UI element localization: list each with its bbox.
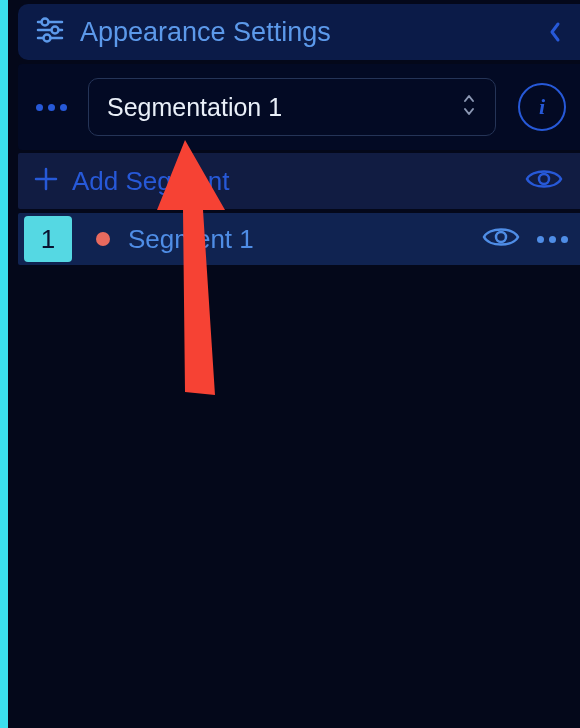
settings-sliders-icon — [34, 14, 66, 50]
add-segment-label: Add Segment — [72, 166, 230, 197]
info-icon: i — [539, 94, 545, 120]
add-segment-row: Add Segment — [18, 153, 580, 209]
chevron-up-down-icon — [461, 91, 477, 123]
segmentation-select-label: Segmentation 1 — [107, 93, 282, 122]
plus-icon — [32, 165, 60, 197]
svg-point-9 — [496, 232, 506, 242]
collapse-panel-button[interactable] — [540, 4, 570, 60]
svg-point-1 — [42, 19, 49, 26]
segmentation-selector-row: Segmentation 1 i — [18, 64, 580, 150]
segment-more-button[interactable] — [537, 236, 568, 243]
segmentation-more-button[interactable] — [32, 88, 70, 126]
svg-point-8 — [539, 174, 549, 184]
visibility-all-button[interactable] — [524, 165, 564, 197]
segment-row[interactable]: 1 Segment 1 — [18, 213, 580, 265]
segment-visibility-button[interactable] — [481, 223, 521, 255]
eye-icon — [524, 165, 564, 193]
appearance-settings-header[interactable]: Appearance Settings — [18, 4, 580, 60]
svg-point-5 — [44, 35, 51, 42]
more-horizontal-icon — [36, 104, 67, 111]
add-segment-button[interactable]: Add Segment — [32, 165, 230, 197]
svg-point-3 — [52, 27, 59, 34]
panel-accent-rail — [0, 0, 8, 728]
segment-color-swatch — [96, 232, 110, 246]
eye-icon — [481, 223, 521, 251]
info-button[interactable]: i — [518, 83, 566, 131]
chevron-left-icon — [548, 20, 562, 44]
segmentation-panel: Appearance Settings Segmentation 1 — [8, 0, 580, 728]
segment-index-badge: 1 — [24, 216, 72, 262]
appearance-settings-title: Appearance Settings — [80, 17, 331, 48]
more-horizontal-icon — [537, 236, 568, 243]
segment-name-label: Segment 1 — [128, 224, 254, 255]
segmentation-select[interactable]: Segmentation 1 — [88, 78, 496, 136]
